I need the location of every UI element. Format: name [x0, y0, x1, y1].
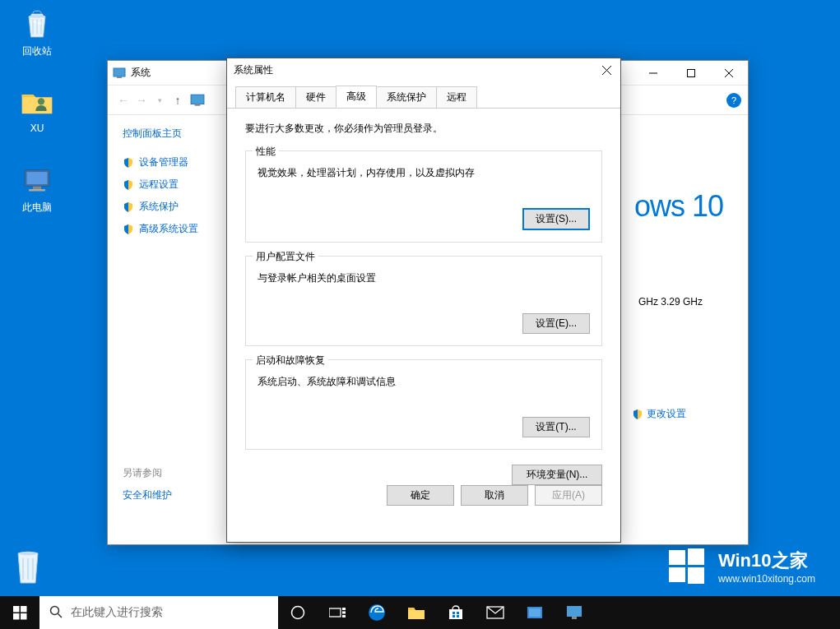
taskbar-mail-icon[interactable] — [476, 596, 515, 629]
taskbar-search-box[interactable]: 在此键入进行搜索 — [39, 596, 278, 629]
sidebar-system-protection[interactable]: 系统保护 — [123, 200, 210, 214]
sidebar-device-manager[interactable]: 设备管理器 — [123, 155, 210, 169]
dialog-close-button[interactable] — [599, 62, 614, 77]
userprofile-settings-button[interactable]: 设置(E)... — [522, 313, 590, 334]
svg-rect-37 — [457, 615, 459, 617]
tab-remote[interactable]: 远程 — [436, 86, 477, 109]
shield-icon — [123, 157, 134, 169]
fieldset-legend: 用户配置文件 — [253, 250, 318, 264]
tab-system-protection[interactable]: 系统保护 — [376, 86, 437, 109]
startup-settings-button[interactable]: 设置(T)... — [522, 417, 590, 437]
dialog-title: 系统属性 — [234, 63, 599, 77]
cancel-button[interactable]: 取消 — [461, 485, 528, 506]
fieldset-desc: 视觉效果，处理器计划，内存使用，以及虚拟内存 — [258, 166, 590, 180]
system-properties-dialog: 系统属性 计算机名 硬件 高级 系统保护 远程 要进行大多数更改，你必须作为管理… — [226, 58, 621, 543]
trash-corner-icon[interactable] — [8, 542, 48, 588]
shield-icon — [123, 201, 134, 213]
folder-icon — [21, 86, 53, 119]
change-settings-link[interactable]: 更改设置 — [632, 407, 686, 421]
tab-advanced[interactable]: 高级 — [336, 86, 377, 108]
svg-rect-34 — [452, 612, 455, 614]
svg-rect-17 — [669, 550, 685, 565]
dialog-titlebar[interactable]: 系统属性 — [227, 58, 620, 81]
taskbar-taskview-button[interactable] — [318, 596, 357, 629]
search-placeholder: 在此键入进行搜索 — [71, 605, 163, 620]
svg-rect-3 — [27, 172, 48, 184]
svg-point-1 — [38, 98, 44, 104]
sidebar-item-label: 高级系统设置 — [139, 222, 198, 236]
system-window-sidebar: 控制面板主页 设备管理器 远程设置 系统保护 高级系统设置 另请参阅 安全和维护 — [108, 115, 225, 544]
desktop-icon-this-pc[interactable]: 此电脑 — [8, 164, 66, 215]
sidebar-advanced-settings[interactable]: 高级系统设置 — [123, 222, 210, 236]
help-button[interactable]: ? — [726, 93, 741, 108]
apply-button[interactable]: 应用(A) — [535, 485, 602, 506]
svg-rect-41 — [567, 606, 582, 617]
nav-back-button[interactable]: ← — [114, 91, 132, 109]
watermark: Win10之家 www.win10xitong.com — [666, 545, 815, 588]
svg-rect-22 — [21, 606, 27, 613]
svg-rect-36 — [452, 615, 455, 617]
svg-rect-7 — [114, 68, 125, 76]
desktop-icon-label: 回收站 — [8, 44, 66, 58]
fieldset-legend: 启动和故障恢复 — [253, 354, 328, 368]
fieldset-startup: 启动和故障恢复 系统启动、系统故障和调试信息 设置(T)... — [245, 359, 602, 450]
watermark-logo-icon — [666, 545, 708, 588]
desktop-icon-recycle-bin[interactable]: 回收站 — [8, 8, 66, 58]
svg-rect-40 — [529, 608, 541, 617]
svg-rect-20 — [688, 567, 704, 584]
recycle-bin-icon — [21, 8, 53, 41]
desktop-icon-user-folder[interactable]: XU — [8, 86, 66, 134]
svg-rect-18 — [688, 548, 704, 565]
nav-forward-button[interactable]: → — [132, 91, 151, 109]
desktop-icon-label: 此电脑 — [8, 201, 66, 215]
taskbar-edge-icon[interactable] — [357, 596, 397, 629]
svg-point-27 — [292, 607, 304, 619]
svg-line-26 — [58, 613, 63, 617]
sidebar-also-see: 另请参阅 — [123, 466, 210, 480]
sidebar-remote-settings[interactable]: 远程设置 — [123, 178, 210, 192]
address-bar-icon — [190, 93, 205, 108]
svg-rect-21 — [13, 606, 20, 613]
svg-rect-33 — [449, 609, 462, 619]
svg-rect-30 — [342, 612, 346, 614]
system-window-icon — [113, 67, 126, 80]
tab-hardware[interactable]: 硬件 — [295, 86, 336, 109]
taskbar-explorer-icon[interactable] — [397, 596, 436, 629]
sidebar-item-label: 远程设置 — [139, 178, 179, 192]
shield-icon — [632, 409, 643, 420]
sidebar-item-label: 设备管理器 — [139, 155, 188, 169]
nav-recent-button[interactable]: ▾ — [151, 91, 169, 109]
sidebar-item-label: 系统保护 — [139, 200, 179, 214]
taskbar-system-icon[interactable] — [555, 596, 594, 629]
svg-rect-31 — [342, 615, 346, 617]
svg-rect-42 — [572, 617, 577, 619]
performance-settings-button[interactable]: 设置(S)... — [522, 208, 590, 230]
environment-variables-button[interactable]: 环境变量(N)... — [512, 465, 602, 485]
taskbar-control-panel-icon[interactable] — [515, 596, 555, 629]
sidebar-security-maintenance[interactable]: 安全和维护 — [123, 488, 210, 502]
svg-rect-8 — [117, 76, 122, 78]
close-button[interactable] — [710, 61, 748, 86]
taskbar-store-icon[interactable] — [436, 596, 476, 629]
svg-point-6 — [18, 552, 38, 555]
sidebar-home-link[interactable]: 控制面板主页 — [123, 127, 210, 141]
dialog-instruction: 要进行大多数更改，你必须作为管理员登录。 — [245, 122, 602, 136]
fieldset-legend: 性能 — [253, 145, 279, 159]
nav-up-button[interactable]: ↑ — [169, 91, 187, 109]
taskbar-cortana-button[interactable] — [278, 596, 318, 629]
tab-computer-name[interactable]: 计算机名 — [235, 86, 296, 109]
ok-button[interactable]: 确定 — [387, 485, 454, 506]
maximize-button[interactable] — [672, 61, 710, 86]
fieldset-performance: 性能 视觉效果，处理器计划，内存使用，以及虚拟内存 设置(S)... — [245, 150, 602, 243]
watermark-title: Win10之家 — [718, 548, 815, 573]
cpu-ghz-text: GHz 3.29 GHz — [638, 296, 703, 308]
start-button[interactable] — [0, 596, 39, 629]
svg-rect-5 — [29, 189, 45, 192]
change-settings-label: 更改设置 — [647, 407, 686, 421]
fieldset-desc: 与登录帐户相关的桌面设置 — [258, 271, 590, 285]
search-icon — [49, 605, 63, 621]
fieldset-userprofile: 用户配置文件 与登录帐户相关的桌面设置 设置(E)... — [245, 256, 602, 346]
watermark-url: www.win10xitong.com — [718, 573, 815, 585]
minimize-button[interactable] — [634, 61, 672, 86]
svg-rect-28 — [329, 608, 341, 617]
